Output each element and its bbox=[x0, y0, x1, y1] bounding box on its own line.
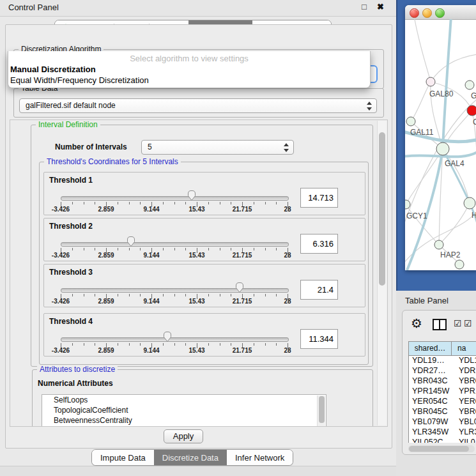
zoom-traffic-light-icon[interactable] bbox=[435, 8, 445, 18]
slider-track[interactable] bbox=[61, 337, 289, 342]
vertical-scrollbar[interactable] bbox=[377, 121, 387, 426]
threshold-value-field[interactable]: 14.713 bbox=[300, 188, 338, 208]
scale-label: 21.715 bbox=[233, 298, 252, 305]
scale-label: 15.43 bbox=[188, 347, 204, 354]
close-traffic-light-icon[interactable] bbox=[410, 8, 419, 18]
columns-icon[interactable] bbox=[433, 319, 447, 330]
minimize-traffic-light-icon[interactable] bbox=[422, 8, 432, 18]
tab-discretize-data[interactable]: Discretize Data bbox=[154, 450, 227, 465]
apply-button[interactable]: Apply bbox=[164, 429, 203, 443]
attribute-list-item[interactable]: BetweennessCentrality bbox=[42, 415, 326, 426]
slider-handle[interactable] bbox=[187, 190, 197, 201]
algorithm-dropdown-popup: Select algorithm to view settings Manual… bbox=[8, 51, 371, 88]
table-row[interactable]: YBL079WYBL0 bbox=[409, 417, 476, 427]
network-node[interactable] bbox=[405, 200, 410, 209]
table-row[interactable]: YIL052CYIL0 bbox=[409, 438, 476, 443]
table-row[interactable]: YER054CYER0 bbox=[409, 397, 476, 407]
vertical-scrollbar-thumb[interactable] bbox=[379, 132, 385, 286]
scale-label: 9.144 bbox=[143, 347, 159, 354]
threshold-value-field[interactable]: 6.316 bbox=[300, 234, 338, 254]
network-panel: GAL80GACGAL11GAL4GCY1HHAP2 bbox=[396, 0, 476, 291]
float-window-icon[interactable]: □ bbox=[362, 2, 367, 12]
horizontal-scrollbar[interactable] bbox=[408, 445, 475, 452]
slider-track[interactable] bbox=[61, 196, 289, 201]
table-row[interactable]: YBR045CYBR0 bbox=[409, 407, 476, 417]
node-table[interactable]: shared… na YDL19…YDL1YDR27…YDR2YBR043CYB… bbox=[408, 341, 476, 443]
network-node[interactable] bbox=[436, 142, 449, 155]
control-panel-titlebar: Control Panel □ ✖ bbox=[0, 0, 396, 17]
table-row[interactable]: YDL19…YDL1 bbox=[409, 356, 476, 366]
network-window-titlebar[interactable] bbox=[405, 5, 476, 20]
network-node[interactable] bbox=[455, 260, 464, 269]
combo-stepper-icon bbox=[284, 143, 289, 152]
attribute-list-item[interactable]: TopologicalCoefficient bbox=[42, 405, 326, 415]
horizontal-scrollbar-thumb[interactable] bbox=[409, 446, 469, 452]
combo-stepper-icon bbox=[367, 102, 372, 111]
cell-name: YDR2 bbox=[454, 366, 476, 376]
threshold-value-field[interactable]: 21.4 bbox=[300, 280, 338, 300]
cell-name: YBR0 bbox=[454, 407, 476, 417]
cell-shared-name: YIL052C bbox=[409, 438, 454, 443]
slider-track[interactable] bbox=[61, 242, 289, 247]
dropdown-option-equal-width[interactable]: Equal Width/Frequency Discretization bbox=[10, 75, 149, 85]
scale-label: 9.144 bbox=[143, 206, 159, 213]
tab-infer-network[interactable]: Infer Network bbox=[227, 450, 293, 465]
slider-handle[interactable] bbox=[162, 331, 173, 342]
network-canvas[interactable]: GAL80GACGAL11GAL4GCY1HHAP2 bbox=[405, 19, 476, 270]
scale-label: 28 bbox=[284, 347, 291, 354]
table-row[interactable]: YDR27…YDR2 bbox=[409, 366, 476, 376]
network-edge bbox=[414, 19, 431, 82]
scale-label: -3.426 bbox=[52, 252, 70, 259]
table-row[interactable]: YLR345WYLR3 bbox=[409, 427, 476, 438]
checkbox-icon[interactable]: ☑ bbox=[454, 318, 462, 328]
cell-shared-name: YDL19… bbox=[409, 356, 454, 366]
slider-handle[interactable] bbox=[234, 282, 245, 293]
attribute-list-item[interactable]: SelfLoops bbox=[42, 395, 326, 405]
scale-label: 21.715 bbox=[233, 206, 252, 213]
numerical-attributes-list[interactable]: SelfLoopsTopologicalCoefficientBetweenne… bbox=[42, 394, 326, 427]
network-node[interactable] bbox=[464, 197, 475, 209]
attributes-list-scrollbar[interactable] bbox=[317, 395, 325, 427]
tab-label: Impute Data bbox=[100, 453, 146, 463]
network-node[interactable] bbox=[426, 77, 435, 86]
cell-name: YBR0 bbox=[454, 376, 476, 387]
table-header-name[interactable]: na bbox=[452, 342, 476, 355]
close-icon[interactable]: ✖ bbox=[377, 2, 384, 12]
threshold-value-field[interactable]: 11.344 bbox=[300, 329, 338, 349]
scale-label: 28 bbox=[284, 298, 291, 305]
table-rows: YDL19…YDL1YDR27…YDR2YBR043CYBR0YPR145WYP… bbox=[409, 356, 476, 443]
network-window[interactable]: GAL80GACGAL11GAL4GCY1HHAP2 bbox=[405, 5, 476, 270]
control-panel: Control Panel □ ✖ NetworkStyleSelectCyni… bbox=[0, 0, 396, 476]
attributes-group: Attributes to discretize Numerical Attri… bbox=[32, 369, 373, 427]
cell-name: YIL0 bbox=[454, 438, 476, 443]
number-of-intervals-select[interactable]: 5 bbox=[141, 140, 294, 155]
slider-track[interactable] bbox=[61, 288, 289, 293]
attributes-scrollbar-thumb[interactable] bbox=[319, 396, 325, 423]
network-edge bbox=[431, 54, 476, 82]
table-row[interactable]: YBR043CYBR0 bbox=[409, 376, 476, 387]
threshold-label: Threshold 2 bbox=[49, 222, 93, 231]
table-header-row[interactable]: shared… na bbox=[409, 342, 476, 356]
network-node[interactable] bbox=[465, 81, 474, 89]
number-of-intervals-value: 5 bbox=[148, 141, 152, 154]
cell-shared-name: YBR043C bbox=[409, 376, 454, 387]
scale-label: 2.859 bbox=[98, 252, 114, 259]
cell-name: YLR3 bbox=[454, 427, 476, 438]
thresholds-group-title: Threshold's Coordinates for 5 Intervals bbox=[44, 157, 181, 166]
scale-label: 2.859 bbox=[98, 298, 114, 305]
gear-icon[interactable]: ⚙ bbox=[411, 316, 422, 331]
checkbox-icon[interactable]: ☑ bbox=[464, 318, 472, 328]
network-node[interactable] bbox=[406, 117, 415, 126]
network-node-label: GAL80 bbox=[429, 89, 454, 98]
network-node[interactable] bbox=[434, 240, 443, 249]
network-node[interactable] bbox=[467, 105, 476, 116]
table-row[interactable]: YPR145WYPR1 bbox=[409, 387, 476, 397]
slider-handle[interactable] bbox=[126, 236, 136, 247]
scale-label: 2.859 bbox=[98, 347, 114, 354]
cell-shared-name: YDR27… bbox=[409, 366, 454, 376]
interval-definition-group: Interval Definition Number of Intervals … bbox=[31, 125, 373, 367]
dropdown-option-manual[interactable]: Manual Discretization bbox=[10, 65, 96, 74]
tab-impute-data[interactable]: Impute Data bbox=[92, 450, 154, 465]
table-header-shared-name[interactable]: shared… bbox=[409, 342, 452, 355]
table-data-select[interactable]: galFiltered.sif default node bbox=[19, 98, 377, 113]
